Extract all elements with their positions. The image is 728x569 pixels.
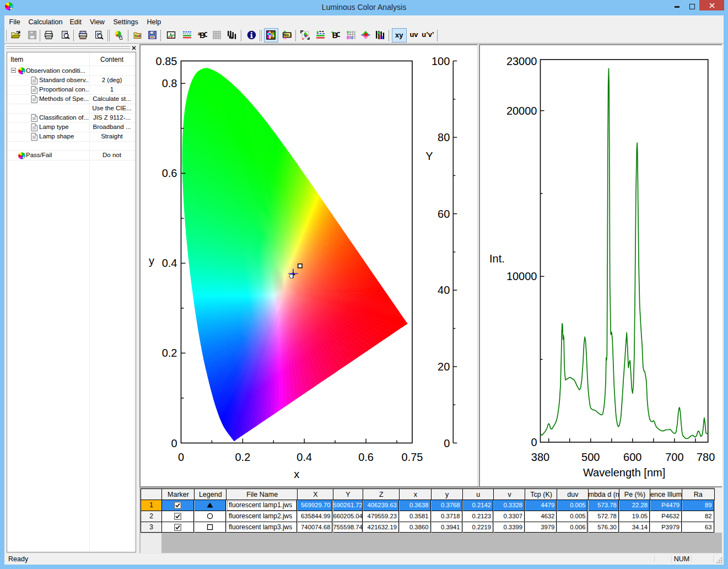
svg-text:Int.: Int. [489, 253, 505, 265]
svg-text:500: 500 [581, 451, 600, 463]
svg-text:0.8: 0.8 [162, 77, 177, 89]
svg-text:780: 780 [697, 451, 715, 463]
svg-text:10000: 10000 [506, 270, 537, 282]
svg-text:600: 600 [623, 451, 641, 463]
svg-text:No.1: No.1 [283, 33, 292, 37]
svg-text:60: 60 [438, 208, 450, 220]
svg-text:20000: 20000 [506, 105, 537, 117]
svg-text:0.4: 0.4 [162, 257, 177, 269]
svg-text:Wavelength [nm]: Wavelength [nm] [583, 466, 665, 479]
svg-text:0.2: 0.2 [162, 347, 177, 359]
svg-text:0.75: 0.75 [402, 451, 423, 463]
svg-text:0.6: 0.6 [358, 451, 374, 463]
svg-text:380: 380 [531, 451, 549, 463]
svg-text:23000: 23000 [506, 55, 537, 67]
svg-text:Y: Y [425, 150, 433, 162]
svg-text:40: 40 [438, 284, 450, 296]
svg-text:0: 0 [171, 437, 177, 449]
svg-text:0: 0 [178, 451, 184, 463]
svg-text:y: y [149, 255, 154, 267]
svg-text:100: 100 [432, 55, 450, 67]
svg-text:x: x [294, 468, 299, 480]
svg-text:0.2: 0.2 [235, 451, 250, 463]
svg-text:0: 0 [444, 437, 450, 449]
svg-text:20: 20 [438, 361, 450, 373]
svg-text:0: 0 [531, 436, 537, 448]
svg-text:0.85: 0.85 [156, 55, 177, 67]
svg-text:0.6: 0.6 [162, 167, 177, 179]
svg-text:700: 700 [665, 451, 683, 463]
svg-text:0.4: 0.4 [296, 451, 312, 463]
svg-text:80: 80 [438, 131, 450, 143]
svg-text:C: C [336, 30, 340, 39]
svg-text:C: C [203, 30, 207, 39]
